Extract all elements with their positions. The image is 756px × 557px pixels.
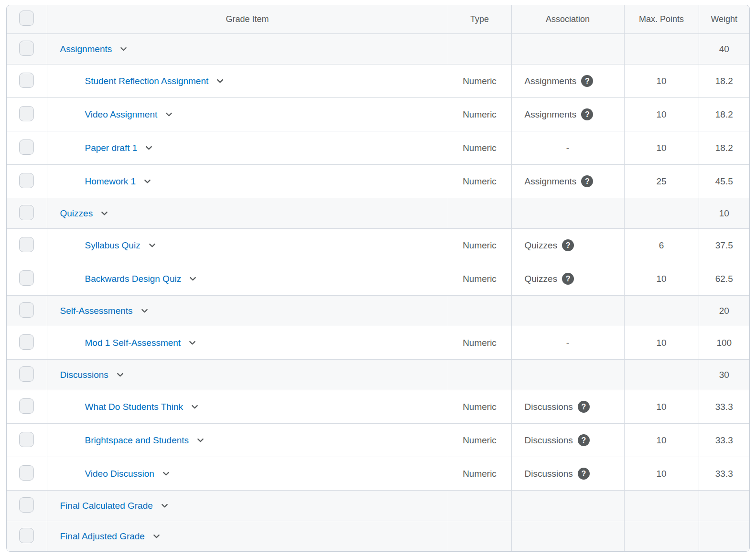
row-checkbox[interactable] [19, 139, 34, 155]
max-points-cell: 10 [624, 262, 699, 296]
max-points-cell: 10 [624, 457, 699, 491]
category-link[interactable]: Self-Assessments [60, 306, 133, 315]
type-cell [448, 198, 511, 229]
grade-item-label-wrap: Backwards Design Quiz [47, 274, 448, 283]
chevron-down-icon[interactable] [196, 436, 205, 445]
chevron-down-icon[interactable] [143, 177, 152, 186]
row-checkbox[interactable] [19, 237, 34, 252]
grade-item-row: Video DiscussionNumericDiscussions?1033.… [7, 457, 749, 491]
grade-item-link[interactable]: What Do Students Think [85, 402, 184, 411]
chevron-down-icon[interactable] [144, 143, 153, 152]
association-cell: - [511, 326, 624, 360]
row-checkbox-cell [7, 98, 47, 131]
chevron-down-icon[interactable] [216, 76, 225, 86]
header-row: Grade Item Type Association Max. Points … [7, 5, 749, 34]
chevron-down-icon[interactable] [160, 501, 169, 510]
row-checkbox[interactable] [19, 270, 34, 286]
grade-item-label-wrap: Assignments [47, 44, 448, 54]
category-link[interactable]: Final Calculated Grade [60, 501, 153, 510]
weight-cell: 10 [699, 198, 749, 229]
help-icon[interactable]: ? [562, 273, 574, 285]
grade-item-link[interactable]: Video Assignment [85, 110, 158, 119]
max-points-cell: 10 [624, 390, 699, 424]
grade-item-link[interactable]: Mod 1 Self-Assessment [85, 338, 181, 347]
grade-item-link[interactable]: Backwards Design Quiz [85, 274, 182, 283]
weight-cell: 45.5 [699, 165, 749, 198]
grade-item-link[interactable]: Syllabus Quiz [85, 241, 140, 250]
category-row: Discussions30 [7, 360, 749, 390]
chevron-down-icon[interactable] [190, 402, 199, 411]
association-wrap: Quizzes? [512, 239, 624, 251]
category-link[interactable]: Quizzes [60, 209, 93, 218]
row-checkbox[interactable] [19, 205, 34, 220]
association-cell: Discussions? [511, 457, 624, 491]
grade-item-link[interactable]: Student Reflection Assignment [85, 76, 209, 86]
chevron-down-icon[interactable] [140, 306, 149, 315]
association-wrap: Discussions? [512, 401, 624, 413]
row-checkbox[interactable] [19, 528, 34, 543]
chevron-down-icon[interactable] [148, 241, 157, 250]
help-icon[interactable]: ? [581, 175, 593, 187]
category-link[interactable]: Final Adjusted Grade [60, 532, 145, 541]
chevron-down-icon[interactable] [188, 274, 197, 283]
chevron-down-icon[interactable] [116, 370, 125, 379]
grades-table-body: Assignments40Student Reflection Assignme… [7, 34, 749, 552]
chevron-down-icon[interactable] [152, 532, 161, 541]
chevron-down-icon[interactable] [100, 209, 109, 218]
row-checkbox[interactable] [19, 465, 34, 481]
row-checkbox[interactable] [19, 497, 34, 513]
max-points-cell [624, 360, 699, 390]
weight-cell: 33.3 [699, 457, 749, 491]
help-icon[interactable]: ? [578, 468, 590, 480]
row-checkbox-cell [7, 296, 47, 326]
grade-item-cell: Syllabus Quiz [47, 229, 448, 262]
column-header-max-points: Max. Points [624, 5, 699, 34]
grade-item-row: Mod 1 Self-AssessmentNumeric-10100 [7, 326, 749, 360]
row-checkbox[interactable] [19, 302, 34, 318]
row-checkbox-cell [7, 390, 47, 424]
weight-cell: 33.3 [699, 424, 749, 457]
association-cell: Assignments? [511, 98, 624, 131]
chevron-down-icon[interactable] [162, 469, 171, 478]
grade-item-link[interactable]: Video Discussion [85, 469, 154, 478]
row-checkbox[interactable] [19, 398, 34, 414]
row-checkbox[interactable] [19, 41, 34, 56]
category-row: Quizzes10 [7, 198, 749, 229]
max-points-cell: 10 [624, 98, 699, 131]
help-icon[interactable]: ? [578, 401, 590, 413]
grade-item-link[interactable]: Paper draft 1 [85, 143, 138, 152]
row-checkbox[interactable] [19, 106, 34, 121]
max-points-cell: 10 [624, 326, 699, 360]
row-checkbox[interactable] [19, 173, 34, 188]
grade-item-cell: Quizzes [47, 198, 448, 229]
chevron-down-icon[interactable] [188, 338, 197, 347]
row-checkbox[interactable] [19, 73, 34, 88]
category-link[interactable]: Assignments [60, 44, 112, 54]
chevron-down-icon[interactable] [119, 44, 128, 54]
grade-item-cell: What Do Students Think [47, 390, 448, 424]
grade-item-cell: Brightspace and Students [47, 424, 448, 457]
association-cell: Assignments? [511, 64, 624, 98]
chevron-down-icon[interactable] [164, 110, 173, 119]
weight-cell: 18.2 [699, 98, 749, 131]
row-checkbox[interactable] [19, 432, 34, 447]
help-icon[interactable]: ? [562, 239, 574, 251]
grade-item-row: Syllabus QuizNumericQuizzes?637.5 [7, 229, 749, 262]
column-header-association: Association [511, 5, 624, 34]
weight-cell [699, 491, 749, 521]
grade-item-row: Backwards Design QuizNumericQuizzes?1062… [7, 262, 749, 296]
association-cell [511, 360, 624, 390]
grade-item-link[interactable]: Homework 1 [85, 177, 136, 186]
row-checkbox[interactable] [19, 334, 34, 350]
select-all-checkbox[interactable] [19, 11, 34, 26]
type-cell: Numeric [448, 64, 511, 98]
grade-item-link[interactable]: Brightspace and Students [85, 436, 189, 445]
category-link[interactable]: Discussions [60, 370, 108, 379]
row-checkbox[interactable] [19, 366, 34, 382]
grade-item-row: Paper draft 1Numeric-1018.2 [7, 131, 749, 165]
weight-cell: 18.2 [699, 64, 749, 98]
help-icon[interactable]: ? [578, 434, 590, 446]
column-header-type: Type [448, 5, 511, 34]
help-icon[interactable]: ? [581, 108, 593, 120]
help-icon[interactable]: ? [581, 75, 593, 87]
